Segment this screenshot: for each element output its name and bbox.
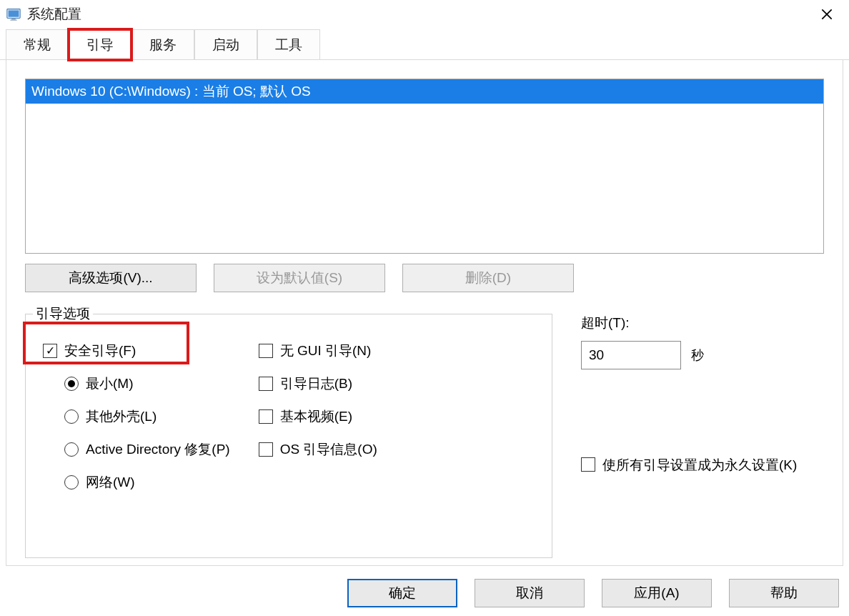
checkbox-icon <box>259 442 273 457</box>
base-video-label: 基本视频(E) <box>280 407 352 426</box>
boot-options-group: 引导选项 安全引导(F) 最小(M) <box>25 314 552 558</box>
checkbox-icon <box>259 344 273 358</box>
radio-icon <box>64 409 79 424</box>
checkbox-icon <box>259 377 273 391</box>
cancel-button[interactable]: 取消 <box>475 579 585 607</box>
set-default-button: 设为默认值(S) <box>214 264 385 292</box>
system-config-window: 系统配置 常规 引导 服务 启动 工具 Windows 10 (C:\Windo… <box>0 0 849 616</box>
os-info-checkbox[interactable]: OS 引导信息(O) <box>259 433 377 466</box>
safe-boot-label: 安全引导(F) <box>64 342 136 360</box>
window-title: 系统配置 <box>27 5 810 24</box>
os-button-row: 高级选项(V)... 设为默认值(S) 删除(D) <box>25 264 824 292</box>
svg-rect-1 <box>9 11 19 17</box>
tab-general[interactable]: 常规 <box>6 29 69 59</box>
permanent-label: 使所有引导设置成为永久设置(K) <box>602 455 797 476</box>
tab-tools[interactable]: 工具 <box>257 29 320 59</box>
alt-shell-label: 其他外壳(L) <box>86 407 157 426</box>
os-list[interactable]: Windows 10 (C:\Windows) : 当前 OS; 默认 OS <box>25 79 824 254</box>
minimal-radio[interactable]: 最小(M) <box>43 367 230 400</box>
advanced-options-button[interactable]: 高级选项(V)... <box>25 264 197 292</box>
apply-button[interactable]: 应用(A) <box>602 579 712 607</box>
svg-rect-3 <box>10 19 16 20</box>
radio-icon <box>64 442 79 457</box>
no-gui-checkbox[interactable]: 无 GUI 引导(N) <box>259 334 377 367</box>
app-icon <box>6 6 21 22</box>
boot-options-left: 安全引导(F) 最小(M) 其他外壳(L) Active Direct <box>43 334 230 499</box>
os-list-item[interactable]: Windows 10 (C:\Windows) : 当前 OS; 默认 OS <box>26 79 823 104</box>
network-radio[interactable]: 网络(W) <box>43 466 230 499</box>
titlebar: 系统配置 <box>0 0 849 29</box>
timeout-input[interactable] <box>581 341 681 369</box>
boot-options-right: 无 GUI 引导(N) 引导日志(B) 基本视频(E) OS 引导信息 <box>259 334 377 499</box>
ad-repair-label: Active Directory 修复(P) <box>86 440 230 459</box>
checkbox-icon <box>581 457 595 472</box>
base-video-checkbox[interactable]: 基本视频(E) <box>259 400 377 433</box>
ok-button[interactable]: 确定 <box>347 579 457 607</box>
tab-strip: 常规 引导 服务 启动 工具 <box>0 29 849 60</box>
help-button[interactable]: 帮助 <box>729 579 839 607</box>
radio-icon <box>64 377 79 391</box>
timeout-label: 超时(T): <box>581 314 824 332</box>
alt-shell-radio[interactable]: 其他外壳(L) <box>43 400 230 433</box>
radio-icon <box>64 475 79 490</box>
boot-log-checkbox[interactable]: 引导日志(B) <box>259 367 377 400</box>
tab-boot[interactable]: 引导 <box>69 29 131 60</box>
boot-log-label: 引导日志(B) <box>280 374 352 393</box>
network-label: 网络(W) <box>86 473 135 492</box>
minimal-label: 最小(M) <box>86 374 133 393</box>
checkbox-icon <box>43 344 57 358</box>
timeout-area: 超时(T): 秒 使所有引导设置成为永久设置(K) <box>581 314 824 558</box>
dialog-button-row: 确定 取消 应用(A) 帮助 <box>0 566 849 616</box>
permanent-checkbox[interactable]: 使所有引导设置成为永久设置(K) <box>581 455 824 476</box>
timeout-unit: 秒 <box>691 347 704 364</box>
svg-rect-2 <box>11 19 16 20</box>
safe-boot-checkbox[interactable]: 安全引导(F) <box>43 334 230 367</box>
delete-button: 删除(D) <box>402 264 574 292</box>
close-button[interactable] <box>810 0 843 29</box>
tab-services[interactable]: 服务 <box>131 29 194 59</box>
os-info-label: OS 引导信息(O) <box>280 440 377 459</box>
tab-startup[interactable]: 启动 <box>194 29 257 59</box>
boot-tab-panel: Windows 10 (C:\Windows) : 当前 OS; 默认 OS 高… <box>6 60 843 566</box>
ad-repair-radio[interactable]: Active Directory 修复(P) <box>43 433 230 466</box>
lower-area: 引导选项 安全引导(F) 最小(M) <box>25 314 824 558</box>
no-gui-label: 无 GUI 引导(N) <box>280 342 372 360</box>
checkbox-icon <box>259 409 273 424</box>
boot-options-legend: 引导选项 <box>33 304 93 323</box>
